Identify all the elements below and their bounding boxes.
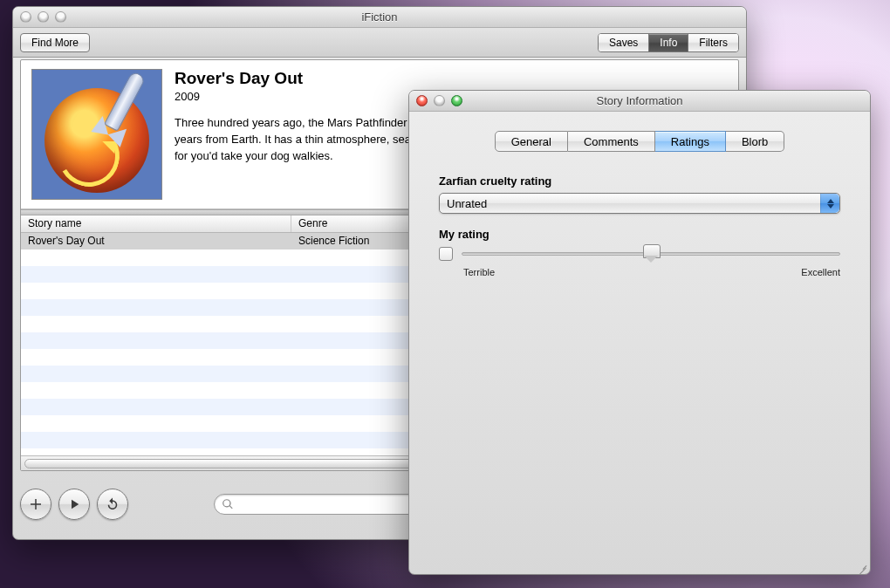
my-rating-label: My rating xyxy=(439,228,840,241)
slider-labels: Terrible Excellent xyxy=(463,267,840,277)
cruelty-popup[interactable]: Unrated xyxy=(439,193,840,214)
cruelty-label: Zarfian cruelty rating xyxy=(439,174,840,188)
minimize-icon[interactable] xyxy=(434,95,445,106)
rating-enable-checkbox[interactable] xyxy=(439,247,453,261)
close-icon[interactable] xyxy=(20,11,31,23)
view-segment: Saves Info Filters xyxy=(598,33,739,52)
window-title: Story Information xyxy=(409,94,870,107)
slider-max: Excellent xyxy=(801,267,840,277)
search-icon xyxy=(222,498,234,510)
slider-min: Terrible xyxy=(463,267,495,277)
tab-comments[interactable]: Comments xyxy=(568,131,655,152)
find-more-button[interactable]: Find More xyxy=(20,33,90,52)
zoom-icon[interactable] xyxy=(55,11,66,23)
tab-saves[interactable]: Saves xyxy=(599,34,648,51)
cruelty-value: Unrated xyxy=(447,197,487,210)
cover-art xyxy=(31,69,162,200)
plus-icon xyxy=(28,496,44,512)
slider-thumb[interactable] xyxy=(643,244,659,263)
tabbar-wrap: General Comments Ratings Blorb xyxy=(409,112,870,162)
window-title: iFiction xyxy=(13,10,746,24)
play-icon xyxy=(66,496,82,512)
traffic-lights xyxy=(416,95,462,106)
tab-general[interactable]: General xyxy=(495,131,568,152)
col-story-name[interactable]: Story name xyxy=(21,215,291,232)
minimize-icon[interactable] xyxy=(38,11,49,23)
modal-titlebar[interactable]: Story Information xyxy=(409,91,870,112)
tab-ratings[interactable]: Ratings xyxy=(655,131,726,152)
chevron-updown-icon xyxy=(820,194,839,213)
story-info-window: Story Information General Comments Ratin… xyxy=(408,90,871,575)
story-title: Rover's Day Out xyxy=(175,69,728,88)
add-button[interactable] xyxy=(20,489,51,520)
reload-icon xyxy=(105,496,120,512)
ratings-panel: Zarfian cruelty rating Unrated My rating… xyxy=(409,162,870,290)
main-titlebar[interactable]: iFiction xyxy=(13,7,746,28)
resize-grip[interactable] xyxy=(856,560,868,572)
tab-info[interactable]: Info xyxy=(648,34,688,51)
play-button[interactable] xyxy=(58,489,90,520)
modal-tabbar: General Comments Ratings Blorb xyxy=(421,131,858,152)
rating-slider[interactable] xyxy=(462,246,840,262)
reload-button[interactable] xyxy=(97,489,128,520)
tab-blorb[interactable]: Blorb xyxy=(726,131,784,152)
close-icon[interactable] xyxy=(416,95,428,106)
cell-name: Rover's Day Out xyxy=(21,233,291,250)
zoom-icon[interactable] xyxy=(451,95,462,106)
traffic-lights xyxy=(20,11,66,23)
tab-filters[interactable]: Filters xyxy=(688,34,738,51)
toolbar: Find More Saves Info Filters xyxy=(13,28,746,58)
my-rating-row xyxy=(439,246,840,262)
